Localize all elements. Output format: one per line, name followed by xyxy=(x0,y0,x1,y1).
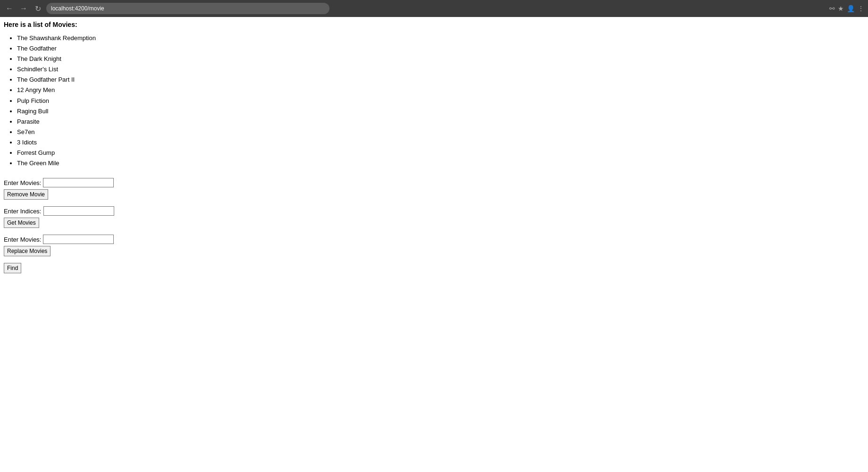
remove-movie-label: Enter Movies: xyxy=(4,179,41,186)
list-item: Raging Bull xyxy=(17,106,864,117)
url-text: localhost:4200/movie xyxy=(51,5,104,12)
browser-chrome: ← → ↻ localhost:4200/movie ⚯ ★ 👤 ⋮ xyxy=(0,0,868,17)
list-item: 12 Angry Men xyxy=(17,85,864,95)
get-movies-section: Enter Indices: Get Movies xyxy=(4,206,864,228)
extensions-icon: ⚯ xyxy=(829,5,835,12)
replace-movies-button[interactable]: Replace Movies xyxy=(4,246,51,256)
find-section: Find xyxy=(4,263,864,273)
reload-button[interactable]: ↻ xyxy=(32,3,43,14)
list-item: The Godfather Part II xyxy=(17,75,864,85)
browser-actions: ⚯ ★ 👤 ⋮ xyxy=(829,5,864,12)
remove-movie-row: Enter Movies: xyxy=(4,178,864,187)
list-item: 3 Idiots xyxy=(17,137,864,148)
page-title: Here is a list of Movies: xyxy=(4,21,864,28)
list-item: Se7en xyxy=(17,127,864,137)
remove-movie-button[interactable]: Remove Movie xyxy=(4,189,48,200)
forward-button[interactable]: → xyxy=(18,3,29,14)
list-item: Forrest Gump xyxy=(17,148,864,158)
address-bar[interactable]: localhost:4200/movie xyxy=(46,3,329,14)
find-button[interactable]: Find xyxy=(4,263,21,273)
list-item: Parasite xyxy=(17,117,864,127)
remove-movie-section: Enter Movies: Remove Movie xyxy=(4,178,864,200)
list-item: Pulp Fiction xyxy=(17,96,864,106)
get-movies-input[interactable] xyxy=(43,206,114,216)
profile-icon: 👤 xyxy=(847,5,855,12)
back-button[interactable]: ← xyxy=(4,3,15,14)
movie-list: The Shawshank RedemptionThe GodfatherThe… xyxy=(17,33,864,169)
get-movies-row: Enter Indices: xyxy=(4,206,864,216)
menu-icon: ⋮ xyxy=(858,5,864,12)
list-item: The Shawshank Redemption xyxy=(17,33,864,43)
list-item: The Godfather xyxy=(17,43,864,54)
list-item: The Dark Knight xyxy=(17,54,864,64)
replace-movies-input[interactable] xyxy=(43,235,114,244)
replace-movies-section: Enter Movies: Replace Movies xyxy=(4,235,864,256)
get-movies-label: Enter Indices: xyxy=(4,208,42,215)
list-item: Schindler's List xyxy=(17,64,864,75)
bookmark-icon: ★ xyxy=(838,5,844,12)
replace-movies-label: Enter Movies: xyxy=(4,236,41,243)
replace-movies-row: Enter Movies: xyxy=(4,235,864,244)
remove-movie-input[interactable] xyxy=(43,178,114,187)
get-movies-button[interactable]: Get Movies xyxy=(4,218,39,228)
page-content: Here is a list of Movies: The Shawshank … xyxy=(0,17,868,277)
list-item: The Green Mile xyxy=(17,158,864,169)
